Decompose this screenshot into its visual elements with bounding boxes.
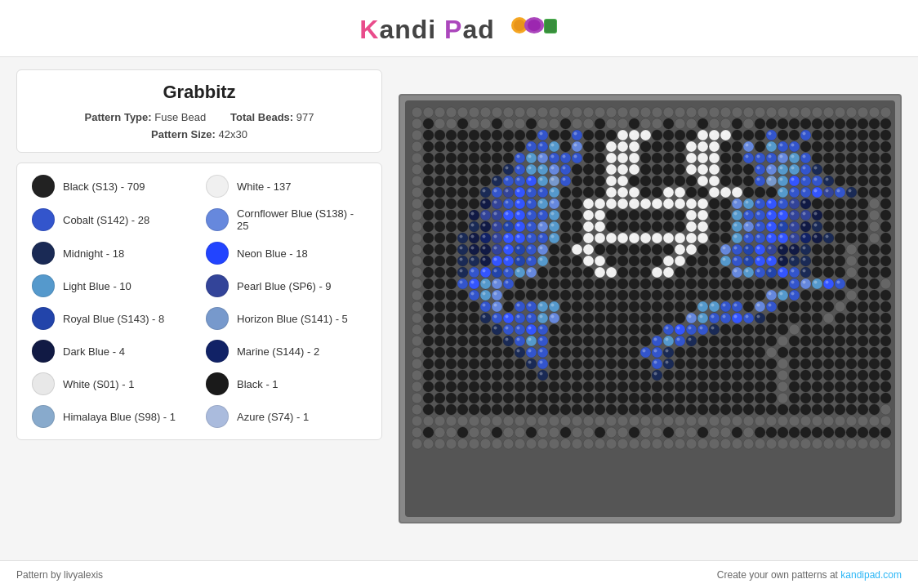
svg-point-26: [629, 107, 639, 118]
svg-point-863: [675, 267, 685, 278]
svg-point-716: [494, 247, 497, 250]
svg-point-952: [503, 290, 514, 301]
svg-point-1573: [686, 439, 697, 449]
svg-point-700: [835, 233, 845, 243]
svg-point-320: [423, 176, 434, 186]
svg-point-965: [652, 290, 662, 301]
svg-point-1230: [675, 347, 685, 358]
svg-point-503: [812, 198, 822, 209]
svg-point-1221: [606, 347, 617, 358]
svg-point-1140: [766, 324, 777, 335]
svg-point-1491: [709, 416, 720, 426]
svg-point-159: [560, 141, 571, 152]
svg-point-1280: [720, 359, 731, 369]
color-swatch: [32, 274, 55, 297]
svg-point-476: [643, 201, 646, 204]
svg-point-809: [734, 258, 738, 261]
svg-point-1455: [778, 404, 788, 415]
svg-point-798: [652, 256, 662, 266]
svg-point-734: [629, 244, 639, 255]
svg-point-1529: [663, 427, 674, 438]
svg-point-388: [494, 189, 497, 193]
svg-point-951: [494, 292, 497, 296]
svg-point-811: [746, 258, 749, 261]
svg-point-882: [812, 267, 822, 278]
svg-point-627: [814, 224, 818, 227]
svg-point-648: [515, 233, 525, 243]
svg-point-1434: [537, 404, 548, 415]
svg-point-604: [663, 221, 674, 232]
svg-point-705: [412, 244, 422, 255]
svg-point-1246: [858, 347, 868, 358]
color-item: Dark Blue - 4: [25, 335, 199, 368]
svg-point-1216: [549, 347, 559, 358]
svg-point-315: [846, 164, 857, 175]
color-item: Black - 1: [199, 368, 373, 400]
svg-point-1252: [446, 359, 457, 369]
svg-point-299: [732, 164, 742, 175]
svg-point-689: [769, 235, 772, 238]
svg-point-854: [606, 267, 617, 278]
svg-point-1033: [778, 301, 788, 312]
svg-point-55: [480, 118, 491, 129]
svg-point-136: [812, 130, 822, 140]
svg-point-846: [528, 270, 532, 273]
svg-point-1338: [880, 370, 891, 381]
svg-point-896: [471, 281, 475, 284]
svg-point-633: [880, 221, 891, 232]
svg-point-767: [412, 256, 422, 266]
svg-point-1582: [789, 439, 800, 449]
svg-point-297: [711, 167, 715, 170]
svg-point-1259: [526, 359, 537, 369]
svg-point-1187: [732, 336, 742, 346]
svg-point-30: [675, 107, 685, 118]
svg-point-1497: [778, 416, 788, 426]
svg-point-950: [492, 290, 502, 301]
footer: Pattern by livyalexis Create your own pa…: [0, 560, 918, 588]
svg-point-292: [686, 164, 697, 175]
svg-point-565: [814, 212, 818, 216]
svg-point-214: [549, 153, 559, 163]
svg-point-824: [835, 256, 845, 266]
svg-point-1484: [629, 416, 639, 426]
svg-point-1051: [492, 313, 502, 323]
svg-point-843: [515, 267, 525, 278]
svg-point-474: [631, 201, 635, 204]
footer-link[interactable]: kandipad.com: [840, 569, 902, 581]
svg-point-1483: [617, 416, 628, 426]
svg-point-812: [755, 256, 765, 266]
svg-point-207: [503, 153, 514, 163]
svg-point-1079: [711, 315, 715, 318]
svg-point-1101: [434, 324, 445, 335]
svg-point-103: [540, 132, 543, 136]
svg-point-551: [734, 212, 738, 216]
svg-point-415: [686, 187, 697, 198]
svg-point-737: [663, 244, 674, 255]
svg-point-1543: [823, 427, 834, 438]
svg-point-521: [503, 210, 514, 220]
svg-point-549: [720, 210, 731, 220]
svg-point-779: [503, 256, 514, 266]
svg-point-363: [769, 178, 772, 181]
svg-point-183: [746, 144, 749, 147]
svg-point-744: [720, 244, 731, 255]
svg-point-1228: [663, 347, 674, 358]
svg-point-1070: [640, 313, 651, 323]
svg-point-1486: [652, 416, 662, 426]
color-swatch: [206, 405, 229, 428]
svg-point-424: [755, 187, 765, 198]
svg-point-409: [640, 187, 651, 198]
svg-point-918: [686, 278, 697, 289]
svg-point-13: [480, 107, 491, 118]
svg-point-344: [608, 178, 612, 181]
svg-point-1513: [480, 427, 491, 438]
svg-point-1440: [606, 404, 617, 415]
svg-point-1474: [515, 416, 525, 426]
svg-point-537: [606, 210, 617, 220]
svg-point-254: [835, 153, 845, 163]
svg-point-305: [778, 164, 788, 175]
svg-point-212: [537, 153, 548, 163]
svg-point-799: [663, 256, 674, 266]
svg-point-418: [711, 189, 715, 193]
svg-point-357: [720, 176, 731, 186]
